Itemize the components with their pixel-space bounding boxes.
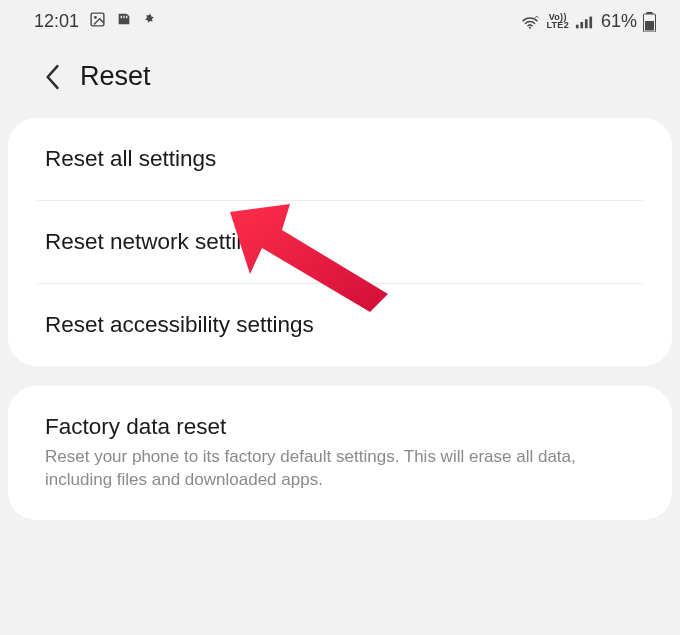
lte-bottom: LTE2 (546, 22, 569, 30)
row-reset-all-settings[interactable]: Reset all settings (9, 118, 671, 200)
image-icon (89, 11, 106, 33)
status-left: 12:01 (34, 10, 157, 33)
wifi-icon (520, 14, 540, 30)
row-factory-data-reset[interactable]: Factory data reset Reset your phone to i… (9, 386, 671, 520)
svg-rect-4 (580, 22, 583, 28)
star-sync-icon (142, 10, 157, 33)
page-title: Reset (80, 61, 151, 92)
svg-rect-0 (91, 13, 104, 26)
lte-indicator: Vo)) LTE2 (546, 14, 569, 29)
row-title: Reset accessibility settings (45, 312, 637, 338)
status-bar: 12:01 Vo)) LTE2 61% (0, 0, 680, 39)
signal-icon (575, 14, 593, 30)
svg-point-1 (94, 15, 97, 18)
row-subtitle: Reset your phone to its factory default … (45, 446, 637, 492)
title-bar: Reset (0, 39, 680, 118)
svg-rect-5 (585, 19, 588, 28)
row-title: Factory data reset (45, 414, 637, 440)
svg-point-2 (529, 26, 531, 28)
svg-rect-6 (589, 16, 592, 28)
row-title: Reset network settings (45, 229, 637, 255)
battery-icon (643, 12, 656, 32)
status-right: Vo)) LTE2 61% (520, 11, 656, 32)
svg-rect-9 (645, 21, 654, 31)
battery-percent: 61% (601, 11, 637, 32)
row-title: Reset all settings (45, 146, 637, 172)
svg-rect-3 (576, 24, 579, 28)
row-reset-accessibility-settings[interactable]: Reset accessibility settings (9, 284, 671, 366)
row-reset-network-settings[interactable]: Reset network settings (9, 201, 671, 283)
back-button[interactable] (44, 64, 60, 90)
sd-card-icon (116, 10, 132, 33)
settings-group-2: Factory data reset Reset your phone to i… (8, 386, 672, 520)
status-time: 12:01 (34, 11, 79, 32)
settings-group-1: Reset all settings Reset network setting… (8, 118, 672, 366)
